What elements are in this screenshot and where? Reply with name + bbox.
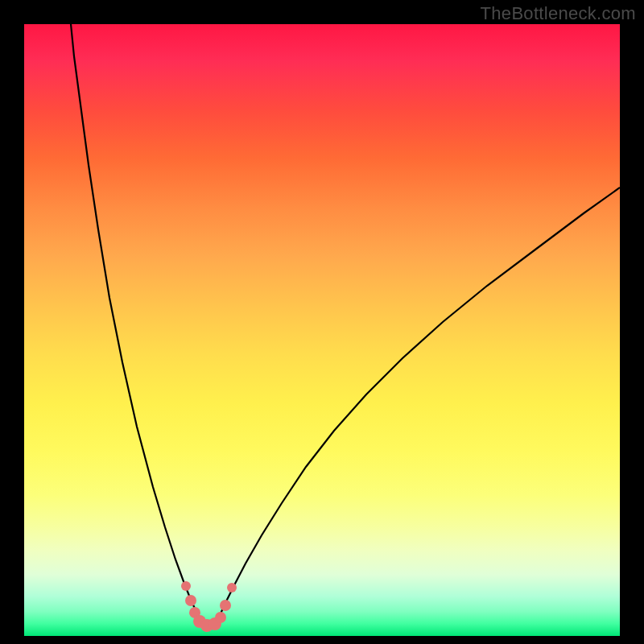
valley-markers <box>181 581 237 632</box>
curve-marker <box>215 612 226 623</box>
curve-marker <box>227 583 237 592</box>
curve-marker <box>220 600 231 611</box>
chart-curves <box>24 24 620 636</box>
curve-marker <box>185 595 196 606</box>
chart-container <box>24 24 620 636</box>
left-curve <box>71 24 201 620</box>
right-curve <box>217 188 620 620</box>
curve-marker <box>181 581 191 591</box>
watermark-text: TheBottleneck.com <box>481 3 636 24</box>
